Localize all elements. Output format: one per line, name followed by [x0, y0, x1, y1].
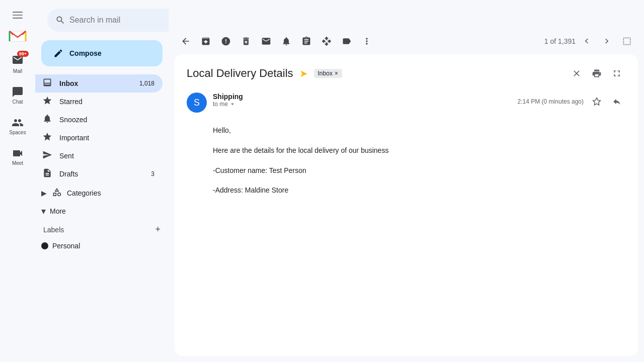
labels-add-button[interactable]: +: [155, 224, 160, 235]
sent-label: Sent: [59, 152, 154, 160]
snoozed-label: Snoozed: [59, 116, 154, 124]
sidebar-item-meet[interactable]: Meet: [0, 144, 35, 169]
mail-label: Mail: [13, 68, 22, 74]
time-actions: [588, 93, 626, 111]
sidebar-item-mail[interactable]: 99+ Mail: [0, 51, 35, 77]
menu-button[interactable]: [8, 5, 28, 25]
delete-button[interactable]: [237, 32, 255, 50]
reply-email-button[interactable]: [608, 93, 626, 111]
sidebar: 99+ Mail Chat Spaces Meet: [0, 0, 35, 362]
labels-header: Labels +: [35, 220, 169, 237]
pagination-text: 1 of 1,391: [544, 37, 576, 45]
snooze-button[interactable]: [277, 32, 295, 50]
spaces-label: Spaces: [9, 130, 26, 135]
more-label: More: [50, 207, 66, 215]
compose-label: Compose: [69, 49, 102, 57]
sidebar-item-spaces[interactable]: Spaces: [0, 114, 35, 138]
sender-row: S Shipping to me 2:14 PM (0 minutes ago): [187, 93, 626, 113]
email-container: Local Delivery Details ➤ Inbox ×: [175, 54, 638, 356]
label-button[interactable]: [338, 32, 356, 50]
sender-name: Shipping: [213, 93, 512, 101]
inbox-icon: [41, 77, 53, 90]
label-personal[interactable]: Personal: [35, 237, 163, 255]
expand-button[interactable]: [608, 64, 626, 82]
body-line-customer: -Customer name: Test Person: [213, 165, 626, 177]
starred-label: Starred: [59, 98, 154, 106]
inbox-tag[interactable]: Inbox ×: [314, 69, 342, 78]
body-line-intro: Here are the details for the local deliv…: [213, 145, 626, 157]
email-time: 2:14 PM (0 minutes ago): [518, 93, 626, 111]
compose-button[interactable]: Compose: [41, 40, 163, 66]
left-panel: Active Compose: [35, 0, 169, 362]
back-button[interactable]: [177, 32, 195, 50]
inbox-tag-close[interactable]: ×: [335, 70, 338, 77]
nav-item-important[interactable]: Important: [35, 129, 163, 147]
archive-button[interactable]: [197, 32, 215, 50]
sender-avatar: S: [187, 93, 207, 113]
categories-label: Categories: [67, 189, 154, 197]
svg-rect-0: [13, 12, 23, 13]
drafts-label: Drafts: [59, 170, 145, 178]
star-email-button[interactable]: [588, 93, 606, 111]
drafts-count: 3: [151, 170, 154, 177]
important-label: Important: [59, 134, 154, 142]
next-email-button[interactable]: [598, 32, 616, 50]
inbox-count: 1,018: [139, 80, 154, 87]
nav-item-inbox[interactable]: Inbox 1,018: [35, 74, 163, 93]
expand-icon: ▶: [41, 189, 47, 197]
more-options-button[interactable]: [358, 32, 376, 50]
print-button[interactable]: [588, 64, 606, 82]
mail-badge: 99+: [17, 51, 29, 57]
email-body: Hello, Here are the details for the loca…: [187, 125, 626, 197]
sent-icon: [41, 150, 53, 162]
sender-info: Shipping to me: [213, 93, 512, 108]
important-icon: [41, 132, 53, 144]
nav-item-categories[interactable]: ▶ Categories: [35, 184, 163, 202]
add-task-button[interactable]: [297, 32, 315, 50]
compose-icon: [53, 48, 63, 58]
close-email-button[interactable]: [568, 64, 586, 82]
subject-actions: [568, 64, 626, 82]
svg-rect-1: [13, 15, 23, 16]
pagination: 1 of 1,391: [544, 32, 636, 50]
gmail-logo: [9, 29, 27, 45]
svg-rect-2: [13, 18, 23, 19]
main-content: 1 of 1,391 Local Delivery Details ➤ Inbo…: [169, 0, 644, 362]
snooze-icon: [41, 114, 53, 126]
chevron-down-icon: ▾: [41, 206, 46, 217]
sender-to-label: to me: [213, 101, 228, 108]
email-subject-row: Local Delivery Details ➤ Inbox ×: [187, 64, 626, 82]
categories-icon: [51, 187, 63, 200]
star-icon: [41, 96, 53, 108]
inbox-label: Inbox: [59, 79, 133, 87]
label-dot-personal: [41, 242, 48, 249]
meet-label: Meet: [12, 160, 23, 166]
email-time-text: 2:14 PM (0 minutes ago): [518, 98, 584, 105]
chat-label: Chat: [12, 99, 23, 105]
compact-view-button[interactable]: [618, 32, 636, 50]
label-personal-name: Personal: [52, 242, 80, 250]
email-toolbar: 1 of 1,391: [169, 32, 644, 54]
search-input[interactable]: [69, 16, 170, 25]
drafts-icon: [41, 168, 53, 180]
nav-item-sent[interactable]: Sent: [35, 147, 163, 165]
spam-button[interactable]: [217, 32, 235, 50]
nav-list: Inbox 1,018 Starred Snoozed: [35, 74, 169, 183]
sidebar-item-chat[interactable]: Chat: [0, 83, 35, 108]
to-expand-icon: [229, 101, 236, 108]
move-to-button[interactable]: [317, 32, 336, 50]
labels-title: Labels: [43, 226, 64, 234]
mark-unread-button[interactable]: [257, 32, 275, 50]
sender-to[interactable]: to me: [213, 101, 512, 108]
forward-icon: ➤: [299, 67, 308, 79]
body-line-hello: Hello,: [213, 125, 626, 137]
nav-item-starred[interactable]: Starred: [35, 93, 163, 111]
nav-item-drafts[interactable]: Drafts 3: [35, 165, 163, 183]
search-icon: [55, 15, 65, 25]
nav-item-more[interactable]: ▾ More: [35, 202, 163, 220]
inbox-tag-label: Inbox: [318, 70, 333, 77]
email-subject-text: Local Delivery Details: [187, 67, 293, 80]
body-line-address: -Address: Maldine Store: [213, 185, 626, 197]
nav-item-snoozed[interactable]: Snoozed: [35, 111, 163, 129]
prev-email-button[interactable]: [578, 32, 596, 50]
